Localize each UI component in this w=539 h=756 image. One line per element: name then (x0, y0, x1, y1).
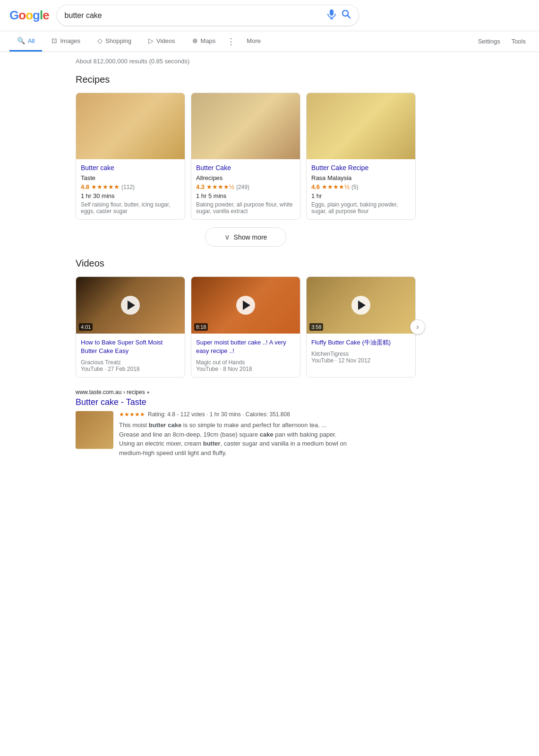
recipe-title-3[interactable]: Butter Cake Recipe (311, 164, 411, 172)
tab-all[interactable]: 🔍 All (9, 31, 42, 52)
google-logo: Google (9, 8, 49, 23)
result-stats: About 812,000,000 results (0.85 seconds) (76, 58, 416, 65)
svg-rect-0 (330, 9, 334, 16)
chevron-down-icon: ∨ (224, 232, 230, 241)
recipe-image-2 (191, 93, 300, 159)
video-source-2: YouTube · 8 Nov 2018 (196, 366, 295, 372)
recipe-time-3: 1 hr (311, 192, 411, 199)
maps-icon: ⊕ (192, 37, 198, 44)
svg-line-4 (348, 16, 350, 18)
video-duration-2: 8:18 (194, 323, 208, 331)
video-card-3[interactable]: 3:58 Fluffy Butter Cake (牛油蛋糕) KitchenTi… (306, 276, 416, 378)
recipe-info-3: Butter Cake Recipe Rasa Malaysia 4.6 ★★★… (307, 159, 415, 219)
snippet-bold-butter-cake: butter cake (149, 421, 181, 429)
result-snippet-content: ★★★★★ Rating: 4.8 - 112 votes · 1 hr 30 … (119, 411, 347, 457)
search-button[interactable] (342, 9, 351, 21)
recipe-time-1: 1 hr 30 mins (81, 192, 180, 199)
stars-3: ★★★★½ (322, 183, 350, 190)
video-thumb-3: 3:58 (307, 277, 415, 334)
header: Google butter cake (0, 0, 539, 31)
video-info-2: Super moist butter cake ..! A very easy … (191, 334, 300, 377)
tab-images[interactable]: ⊡ Images (44, 31, 88, 52)
nav-separator: ⋮ (225, 36, 237, 47)
result-thumbnail (76, 411, 113, 449)
result-url: www.taste.com.au › recipes ▾ (76, 389, 416, 395)
video-duration-1: 4:01 (79, 323, 93, 331)
video-info-3: Fluffy Butter Cake (牛油蛋糕) KitchenTigress… (307, 334, 415, 369)
snippet-rating: ★★★★★ Rating: 4.8 - 112 votes · 1 hr 30 … (119, 411, 347, 418)
video-title-1[interactable]: How to Bake Super Soft Moist Butter Cake… (81, 338, 180, 355)
video-thumb-1: 4:01 (76, 277, 185, 334)
chevron-right-icon: › (416, 323, 419, 331)
recipes-grid: Butter cake Taste 4.8 ★★★★★ (112) 1 hr 3… (76, 93, 416, 220)
videos-section: Videos 4:01 How to Bake Super Soft Moist… (76, 258, 416, 378)
videos-next-button[interactable]: › (410, 319, 425, 335)
recipe-card-1[interactable]: Butter cake Taste 4.8 ★★★★★ (112) 1 hr 3… (76, 93, 185, 220)
play-button-3[interactable] (351, 296, 370, 315)
video-title-2[interactable]: Super moist butter cake ..! A very easy … (196, 338, 295, 355)
recipe-ingredients-3: Eggs, plain yogurt, baking powder, sugar… (311, 201, 411, 215)
search-bar[interactable]: butter cake (57, 5, 359, 26)
rating-score-2: 4.3 (196, 183, 205, 190)
video-source-3: YouTube · 12 Nov 2012 (311, 357, 411, 364)
video-card-1[interactable]: 4:01 How to Bake Super Soft Moist Butter… (76, 276, 185, 378)
stars-2: ★★★★½ (206, 183, 234, 190)
recipe-card-3[interactable]: Butter Cake Recipe Rasa Malaysia 4.6 ★★★… (306, 93, 416, 220)
video-channel-1: Gracious Treatz (81, 359, 180, 366)
tab-shopping[interactable]: ◇ Shopping (90, 31, 139, 52)
shopping-icon: ◇ (97, 37, 103, 44)
recipe-info-2: Butter Cake Allrecipes 4.3 ★★★★½ (249) 1… (191, 159, 300, 219)
video-channel-3: KitchenTigress (311, 351, 411, 357)
snippet-bold-cake: cake (260, 431, 274, 438)
search-input[interactable]: butter cake (65, 11, 327, 20)
recipe-image-3 (307, 93, 415, 159)
video-channel-2: Magic out of Hands (196, 359, 295, 366)
result-snippet-row: ★★★★★ Rating: 4.8 - 112 votes · 1 hr 30 … (76, 411, 416, 457)
mic-icon[interactable] (327, 9, 336, 22)
results-area: About 812,000,000 results (0.85 seconds)… (0, 52, 425, 463)
video-duration-3: 3:58 (309, 323, 323, 331)
tab-videos[interactable]: ▷ Videos (141, 31, 183, 52)
recipe-card-2[interactable]: Butter Cake Allrecipes 4.3 ★★★★½ (249) 1… (191, 93, 300, 220)
recipe-title-2[interactable]: Butter Cake (196, 164, 295, 172)
show-more-label: Show more (234, 233, 267, 241)
images-icon: ⊡ (51, 37, 57, 44)
settings-link[interactable]: Settings (474, 32, 504, 51)
recipe-time-2: 1 hr 5 mins (196, 192, 295, 199)
play-button-1[interactable] (121, 296, 140, 315)
play-triangle-icon-1 (128, 301, 135, 310)
video-card-2[interactable]: 8:18 Super moist butter cake ..! A very … (191, 276, 300, 378)
rating-count-1: (112) (121, 184, 135, 190)
snippet-meta: Rating: 4.8 - 112 votes · 1 hr 30 mins ·… (148, 411, 290, 418)
recipes-section: Recipes Butter cake Taste 4.8 ★★★★★ (112… (76, 74, 416, 247)
tab-more[interactable]: More (239, 32, 268, 52)
snippet-stars: ★★★★★ (119, 411, 145, 418)
video-title-3[interactable]: Fluffy Butter Cake (牛油蛋糕) (311, 338, 411, 347)
result-url-dropdown-icon[interactable]: ▾ (147, 390, 149, 395)
rating-score-3: 4.6 (311, 183, 320, 190)
video-info-1: How to Bake Super Soft Moist Butter Cake… (76, 334, 185, 377)
rating-count-2: (249) (236, 184, 249, 190)
recipes-title: Recipes (76, 74, 416, 85)
video-thumb-2: 8:18 (191, 277, 300, 334)
play-triangle-icon-2 (243, 301, 250, 310)
recipe-image-1 (76, 93, 185, 159)
recipe-source-1: Taste (81, 174, 180, 181)
result-title-link[interactable]: Butter cake - Taste (76, 397, 416, 407)
recipe-ingredients-1: Self raising flour, butter, icing sugar,… (81, 201, 180, 215)
play-button-2[interactable] (236, 296, 255, 315)
recipe-title-1[interactable]: Butter cake (81, 164, 180, 172)
rating-score-1: 4.8 (81, 183, 89, 190)
result-snippet-text: This moist butter cake is so simple to m… (119, 421, 347, 457)
recipe-info-1: Butter cake Taste 4.8 ★★★★★ (112) 1 hr 3… (76, 159, 185, 219)
tab-maps[interactable]: ⊕ Maps (185, 31, 223, 52)
videos-icon: ▷ (148, 37, 154, 44)
all-icon: 🔍 (17, 37, 25, 44)
recipe-source-3: Rasa Malaysia (311, 174, 411, 181)
nav-tabs: 🔍 All ⊡ Images ◇ Shopping ▷ Videos ⊕ Map… (0, 31, 539, 52)
play-triangle-icon-3 (358, 301, 366, 310)
show-more-button[interactable]: ∨ Show more (205, 227, 287, 247)
tools-link[interactable]: Tools (508, 32, 530, 51)
video-source-1: YouTube · 27 Feb 2018 (81, 366, 180, 372)
recipe-source-2: Allrecipes (196, 174, 295, 181)
